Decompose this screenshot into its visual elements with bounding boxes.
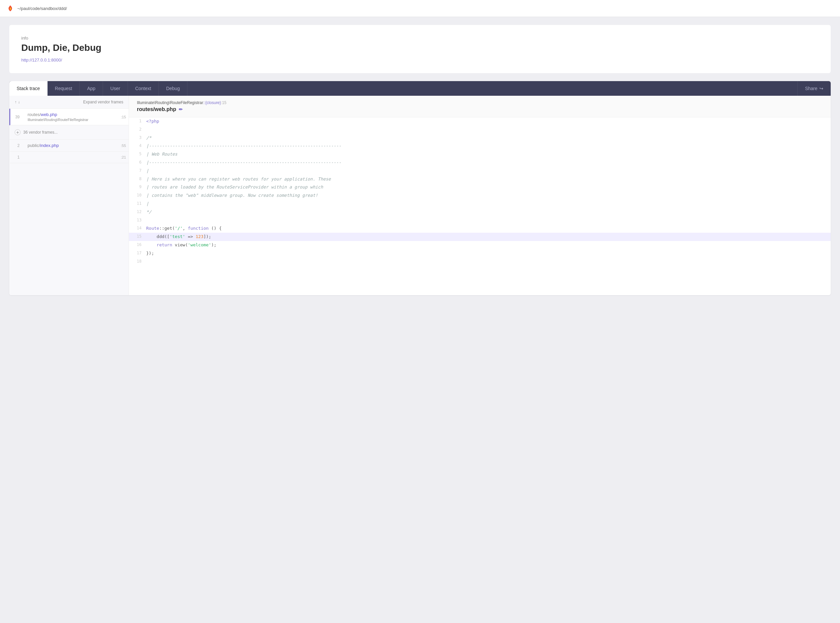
filename-text: routes/web.php [137, 106, 176, 112]
line-code: | [146, 200, 149, 208]
line-number: 15 [129, 233, 146, 241]
frame-dir: routes/ [28, 112, 41, 117]
frame-file: routes/web.php [28, 112, 114, 117]
code-line-highlighted: 15 ddd(['test' => 123]); [129, 233, 831, 241]
frame-dir: public/ [28, 143, 40, 148]
frame-item[interactable]: 1 :21 [9, 152, 129, 163]
line-code [146, 216, 149, 225]
code-block: 1 <?php 2 3 /* 4 |----------------------… [129, 117, 831, 265]
code-line: 11 | [129, 200, 831, 208]
frame-line: :21 [118, 152, 129, 163]
info-title: Dump, Die, Debug [21, 43, 819, 53]
code-line: 16 return view('welcome'); [129, 241, 831, 249]
frame-content: routes/web.php Illuminate\Routing\RouteF… [24, 109, 118, 125]
frame-line: :15 [118, 109, 129, 125]
line-number: 7 [129, 167, 146, 175]
content-area: ↑ ↓ Expand vendor frames 39 routes/web.p… [9, 96, 831, 295]
line-code: | Web Routes [146, 150, 177, 158]
line-code [146, 258, 149, 266]
line-code: /* [146, 134, 151, 142]
frame-content: public/index.php [24, 140, 118, 151]
line-code: Route::get('/', function () { [146, 224, 222, 233]
code-line: 8 | Here is where you can register web r… [129, 175, 831, 184]
tab-request[interactable]: Request [47, 81, 80, 96]
frame-class: Illuminate\Routing\RouteFileRegistrar [28, 118, 114, 122]
frame-number: 1 [10, 152, 24, 163]
path-label: ~/paul/code/sandbox/ddd/ [17, 6, 67, 11]
tab-debug[interactable]: Debug [159, 81, 187, 96]
share-icon: ↪ [819, 86, 823, 91]
line-number: 3 [129, 134, 146, 142]
line-code: | Here is where you can register web rou… [146, 175, 331, 184]
vendor-expand-icon: + [15, 129, 21, 135]
info-label: info [21, 35, 819, 41]
sort-down-arrow[interactable]: ↓ [18, 100, 20, 104]
frame-number: 2 [10, 140, 24, 151]
line-number: 12 [129, 208, 146, 216]
frame-number: 39 [10, 109, 24, 125]
line-number: 9 [129, 183, 146, 192]
code-line: 14 Route::get('/', function () { [129, 224, 831, 233]
code-line: 6 |-------------------------------------… [129, 158, 831, 167]
code-line: 4 |-------------------------------------… [129, 142, 831, 150]
code-header: Illuminate\Routing\RouteFileRegistrar::{… [129, 96, 831, 117]
frame-content [24, 152, 118, 163]
logo-icon [7, 5, 14, 12]
line-number: 5 [129, 150, 146, 158]
frame-filename: index.php [40, 143, 59, 148]
breadcrumb-class: Illuminate\Routing\RouteFileRegistrar [137, 100, 203, 105]
top-bar: ~/paul/code/sandbox/ddd/ [0, 0, 840, 17]
line-code: */ [146, 208, 151, 216]
frame-line: :55 [118, 140, 129, 151]
code-line: 10 | contains the "web" middleware group… [129, 192, 831, 200]
tab-app[interactable]: App [80, 81, 103, 96]
main-panel: Stack trace Request App User Context Deb… [9, 81, 831, 295]
code-line: 12 */ [129, 208, 831, 216]
info-url[interactable]: http://127.0.0.1:8000/ [21, 58, 62, 63]
frames-header: ↑ ↓ Expand vendor frames [9, 96, 129, 109]
line-number: 1 [129, 117, 146, 126]
code-line: 1 <?php [129, 117, 831, 126]
share-button[interactable]: Share ↪ [797, 81, 831, 96]
code-line: 3 /* [129, 134, 831, 142]
edit-icon[interactable]: ✏ [179, 107, 183, 112]
info-card: info Dump, Die, Debug http://127.0.0.1:8… [9, 25, 831, 73]
vendor-frames-label: 36 vendor frames... [23, 130, 58, 135]
code-line: 2 [129, 126, 831, 134]
line-number: 18 [129, 258, 146, 266]
line-number: 2 [129, 126, 146, 134]
frames-panel: ↑ ↓ Expand vendor frames 39 routes/web.p… [9, 96, 129, 295]
line-code: | contains the "web" middleware group. N… [146, 192, 318, 200]
line-code: ddd(['test' => 123]); [146, 233, 211, 241]
line-code: }); [146, 249, 154, 258]
tab-user[interactable]: User [103, 81, 128, 96]
sort-up-arrow[interactable]: ↑ [15, 100, 17, 104]
line-code: |---------------------------------------… [146, 142, 341, 150]
code-breadcrumb: Illuminate\Routing\RouteFileRegistrar::{… [137, 100, 823, 105]
line-number: 14 [129, 224, 146, 233]
line-code: |---------------------------------------… [146, 158, 341, 167]
line-code: return view('welcome'); [146, 241, 216, 249]
breadcrumb-line: :15 [221, 100, 226, 105]
line-number: 17 [129, 249, 146, 258]
line-code: <?php [146, 117, 159, 126]
share-label: Share [805, 86, 817, 91]
line-code [146, 126, 149, 134]
line-number: 4 [129, 142, 146, 150]
tab-bar: Stack trace Request App User Context Deb… [9, 81, 831, 96]
expand-vendor-button[interactable]: Expand vendor frames [83, 100, 123, 104]
line-number: 11 [129, 200, 146, 208]
tab-context[interactable]: Context [128, 81, 159, 96]
frame-item[interactable]: 39 routes/web.php Illuminate\Routing\Rou… [9, 109, 129, 125]
vendor-frames-row[interactable]: + 36 vendor frames... [9, 125, 129, 140]
line-number: 6 [129, 158, 146, 167]
line-code: | routes are loaded by the RouteServiceP… [146, 183, 323, 192]
frame-file: public/index.php [28, 143, 114, 148]
code-filename: routes/web.php ✏ [137, 106, 823, 112]
sort-controls: ↑ ↓ [15, 100, 20, 104]
tab-stack-trace[interactable]: Stack trace [9, 81, 47, 96]
breadcrumb-method: ::{closure} [203, 100, 220, 105]
line-number: 13 [129, 216, 146, 225]
frame-item[interactable]: 2 public/index.php :55 [9, 140, 129, 152]
code-line: 18 [129, 258, 831, 266]
